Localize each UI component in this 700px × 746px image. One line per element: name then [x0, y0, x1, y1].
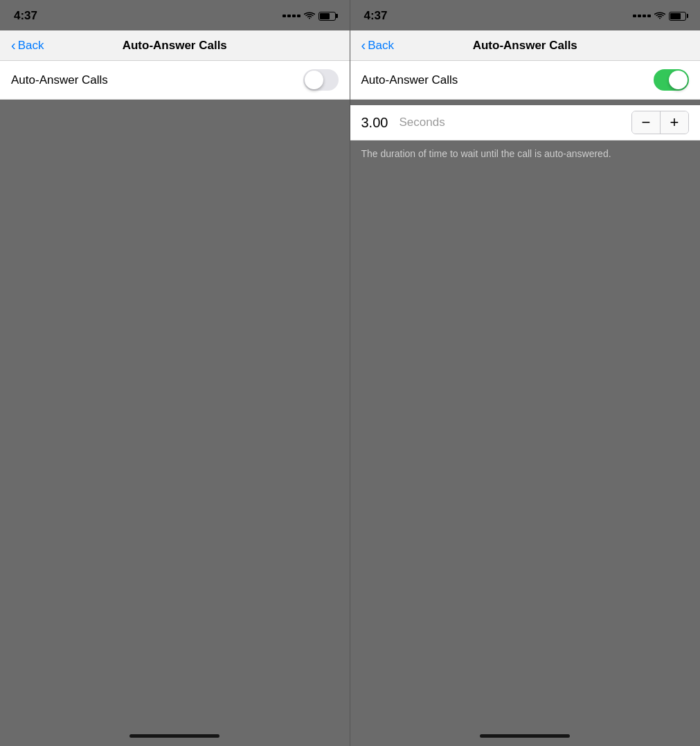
- right-stepper-plus-button[interactable]: +: [661, 111, 688, 134]
- right-nav-title: Auto-Answer Calls: [473, 39, 577, 53]
- left-status-bar: 4:37: [0, 0, 350, 30]
- right-description: The duration of time to wait until the c…: [350, 140, 701, 168]
- right-toggle-track[interactable]: [654, 69, 689, 91]
- right-toggle-thumb: [669, 71, 688, 89]
- right-status-icons: [633, 12, 686, 21]
- right-signal-icon: [633, 15, 651, 17]
- right-description-text: The duration of time to wait until the c…: [361, 148, 611, 159]
- left-toggle[interactable]: [303, 69, 339, 91]
- right-stepper: − +: [631, 111, 689, 134]
- left-status-time: 4:37: [14, 9, 37, 23]
- left-home-indicator: [0, 729, 350, 746]
- left-signal-icon: [282, 15, 300, 17]
- left-gray-area: [0, 100, 350, 729]
- right-nav-bar: ‹ Back Auto-Answer Calls: [350, 30, 701, 61]
- right-battery-icon: [669, 12, 686, 21]
- left-back-button[interactable]: ‹ Back: [11, 37, 44, 53]
- left-nav-bar: ‹ Back Auto-Answer Calls: [0, 30, 350, 61]
- right-auto-answer-row: Auto-Answer Calls: [350, 61, 701, 100]
- right-home-bar: [480, 734, 570, 738]
- right-back-chevron-icon: ‹: [361, 37, 366, 53]
- right-seconds-row: 3.00 Seconds − +: [350, 105, 701, 140]
- left-auto-answer-label: Auto-Answer Calls: [11, 73, 108, 87]
- right-auto-answer-label: Auto-Answer Calls: [361, 73, 458, 87]
- right-section-gap: [350, 100, 701, 105]
- right-back-label: Back: [368, 39, 394, 53]
- right-back-button[interactable]: ‹ Back: [361, 37, 394, 53]
- left-auto-answer-row: Auto-Answer Calls: [0, 61, 350, 100]
- right-stepper-minus-button[interactable]: −: [632, 111, 660, 134]
- right-status-time: 4:37: [364, 9, 388, 23]
- right-phone-screen: 4:37 ‹ Bac: [350, 0, 701, 746]
- left-nav-title: Auto-Answer Calls: [123, 39, 227, 53]
- right-gray-area: [350, 168, 701, 729]
- left-home-bar: [129, 734, 219, 738]
- left-battery-icon: [318, 12, 336, 21]
- left-toggle-thumb: [305, 71, 323, 89]
- left-back-chevron-icon: ‹: [11, 37, 16, 53]
- right-seconds-value: 3.00: [361, 115, 400, 131]
- left-toggle-track[interactable]: [303, 69, 339, 91]
- left-wifi-icon: [304, 12, 315, 20]
- right-home-indicator: [350, 729, 701, 746]
- right-status-bar: 4:37: [350, 0, 701, 30]
- right-settings-section: Auto-Answer Calls: [350, 61, 701, 100]
- right-wifi-icon: [654, 12, 665, 20]
- left-back-label: Back: [18, 39, 44, 53]
- left-status-icons: [282, 12, 336, 21]
- left-phone-screen: 4:37 ‹ Bac: [0, 0, 350, 746]
- right-toggle[interactable]: [654, 69, 689, 91]
- left-settings-section: Auto-Answer Calls: [0, 61, 350, 100]
- right-seconds-unit: Seconds: [400, 116, 632, 129]
